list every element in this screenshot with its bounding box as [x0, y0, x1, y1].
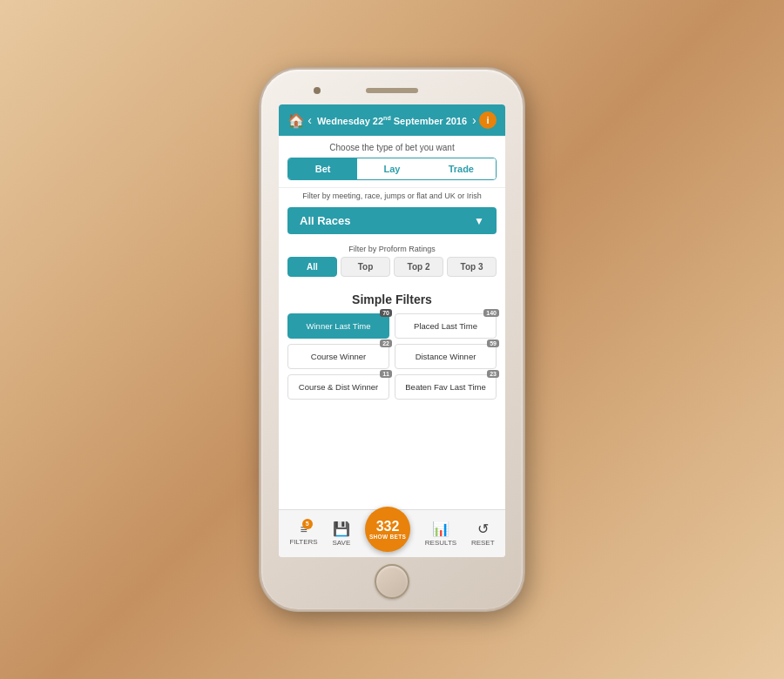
tab-top2[interactable]: Top 2	[394, 257, 443, 277]
reset-label: RESET	[471, 539, 495, 547]
filter-course-dist-winner[interactable]: 11 Course & Dist Winner	[287, 374, 389, 400]
filter-distance-winner[interactable]: 59 Distance Winner	[395, 344, 497, 369]
tab-trade[interactable]: Trade	[427, 158, 496, 179]
filters-label: FILTERS	[289, 538, 317, 546]
bet-type-tabs: Bet Lay Trade	[287, 158, 497, 180]
filter-badge-course-dist: 11	[380, 370, 392, 378]
tab-bet[interactable]: Bet	[288, 158, 357, 179]
bottom-toolbar: ≡ 5 FILTERS 💾 SAVE 332 SHOW BETS 📊 RESUL…	[279, 509, 505, 557]
header-date: Wednesday 22nd September 2016	[317, 115, 467, 126]
filter-badge-distance: 59	[487, 340, 499, 347]
phone-camera	[314, 87, 321, 94]
show-bets-button[interactable]: 332 SHOW BETS	[365, 507, 410, 552]
phone-speaker	[366, 88, 418, 93]
filter-label-placed: Placed Last Time	[414, 321, 477, 331]
show-bets-label: SHOW BETS	[369, 534, 406, 540]
filter-winner-last-time[interactable]: 70 Winner Last Time	[287, 313, 389, 339]
tab-top[interactable]: Top	[341, 257, 390, 277]
reset-icon: ↺	[477, 521, 489, 537]
filters-badge-dot: 5	[302, 519, 313, 529]
results-icon: 📊	[432, 521, 449, 537]
phone-screen: 🏠 ‹ Wednesday 22nd September 2016 › i Ch…	[279, 104, 505, 557]
filter-races-label: Filter by meeting, race, jumps or flat a…	[279, 187, 505, 204]
filter-badge-placed: 140	[483, 309, 499, 317]
prev-arrow-icon[interactable]: ‹	[308, 113, 312, 127]
info-button[interactable]: i	[479, 111, 497, 129]
tab-all[interactable]: All	[287, 257, 337, 277]
phone-top-bar	[270, 80, 514, 101]
filter-label-course: Course Winner	[311, 352, 366, 361]
header-bar: 🏠 ‹ Wednesday 22nd September 2016 › i	[279, 104, 505, 136]
filter-beaten-fav[interactable]: 23 Beaten Fav Last Time	[395, 374, 497, 400]
filters-icon-wrapper: ≡ 5	[300, 522, 307, 536]
filter-label-beaten-fav: Beaten Fav Last Time	[405, 382, 485, 392]
home-button[interactable]	[375, 564, 409, 599]
filter-badge-beaten-fav: 23	[487, 370, 499, 378]
filters-grid: 70 Winner Last Time 140 Placed Last Time…	[279, 313, 505, 408]
home-icon[interactable]: 🏠	[287, 112, 305, 129]
proform-tabs: All Top Top 2 Top 3	[287, 257, 497, 277]
filter-label-course-dist: Course & Dist Winner	[299, 382, 378, 392]
save-toolbar-item[interactable]: 💾 SAVE	[332, 521, 350, 547]
filters-toolbar-item[interactable]: ≡ 5 FILTERS	[289, 522, 317, 546]
dropdown-arrow-icon: ▼	[474, 215, 484, 227]
filter-course-winner[interactable]: 22 Course Winner	[287, 344, 389, 369]
filter-label-distance: Distance Winner	[416, 352, 476, 361]
filter-badge-course: 22	[380, 340, 392, 347]
bet-type-label: Choose the type of bet you want	[279, 136, 505, 158]
show-bets-number: 332	[376, 520, 400, 534]
tab-top3[interactable]: Top 3	[447, 257, 497, 277]
phone-device: 🏠 ‹ Wednesday 22nd September 2016 › i Ch…	[261, 70, 523, 609]
results-label: RESULTS	[425, 539, 456, 547]
next-arrow-icon[interactable]: ›	[472, 113, 476, 127]
all-races-dropdown[interactable]: All Races ▼	[287, 207, 497, 234]
filter-label-winner: Winner Last Time	[307, 321, 371, 331]
content-area: Choose the type of bet you want Bet Lay …	[279, 136, 505, 509]
simple-filters-title: Simple Filters	[279, 286, 505, 313]
all-races-text: All Races	[300, 214, 351, 227]
reset-toolbar-item[interactable]: ↺ RESET	[471, 521, 495, 547]
proform-label: Filter by Proform Ratings	[279, 241, 505, 257]
save-label: SAVE	[332, 539, 350, 547]
save-icon: 💾	[333, 521, 350, 537]
filter-placed-last-time[interactable]: 140 Placed Last Time	[395, 313, 497, 339]
filter-badge-winner: 70	[380, 309, 392, 317]
header-nav: ‹ Wednesday 22nd September 2016 ›	[308, 113, 476, 127]
tab-lay[interactable]: Lay	[357, 158, 426, 179]
results-toolbar-item[interactable]: 📊 RESULTS	[425, 521, 456, 547]
